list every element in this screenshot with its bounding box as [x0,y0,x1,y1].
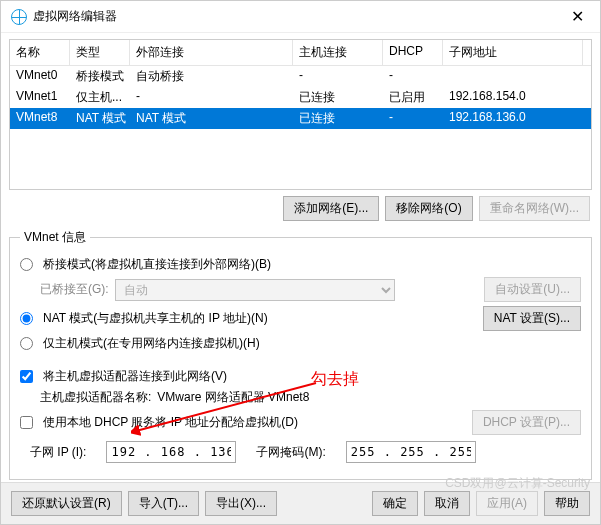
host-adapter-checkbox[interactable] [20,370,33,383]
subnet-ip-label: 子网 IP (I): [30,444,86,461]
network-table[interactable]: 名称 类型 外部连接 主机连接 DHCP 子网地址 VMnet0 桥接模式 自动… [9,39,592,190]
bridge-subrow: 已桥接至(G): 自动 自动设置(U)... [40,277,581,302]
col-name[interactable]: 名称 [10,40,70,65]
bottom-bar: 还原默认设置(R) 导入(T)... 导出(X)... 确定 取消 应用(A) … [1,482,600,524]
hostonly-label[interactable]: 仅主机模式(在专用网络内连接虚拟机)(H) [43,335,260,352]
auto-settings-button: 自动设置(U)... [484,277,581,302]
import-button[interactable]: 导入(T)... [128,491,199,516]
bridge-radio[interactable] [20,258,33,271]
subnet-ip-input[interactable] [106,441,236,463]
network-buttons: 添加网络(E)... 移除网络(O) 重命名网络(W)... [1,190,600,227]
nat-radio[interactable] [20,312,33,325]
col-ext[interactable]: 外部连接 [130,40,293,65]
adapter-name-label: 主机虚拟适配器名称: [40,389,151,406]
col-host[interactable]: 主机连接 [293,40,383,65]
host-adapter-subrow: 主机虚拟适配器名称: VMware 网络适配器 VMnet8 [40,389,581,406]
dhcp-option: 使用本地 DHCP 服务将 IP 地址分配给虚拟机(D) DHCP 设置(P).… [20,410,581,435]
vmnet-info-group: VMnet 信息 桥接模式(将虚拟机直接连接到外部网络)(B) 已桥接至(G):… [9,229,592,480]
nat-option: NAT 模式(与虚拟机共享主机的 IP 地址)(N) NAT 设置(S)... [20,306,581,331]
cancel-button[interactable]: 取消 [424,491,470,516]
col-type[interactable]: 类型 [70,40,130,65]
close-icon[interactable]: ✕ [565,7,590,26]
hostonly-radio[interactable] [20,337,33,350]
nat-settings-button[interactable]: NAT 设置(S)... [483,306,581,331]
add-network-button[interactable]: 添加网络(E)... [283,196,379,221]
ok-button[interactable]: 确定 [372,491,418,516]
host-adapter-label[interactable]: 将主机虚拟适配器连接到此网络(V) [43,368,227,385]
table-row[interactable]: VMnet1 仅主机... - 已连接 已启用 192.168.154.0 [10,87,591,108]
bridge-label[interactable]: 桥接模式(将虚拟机直接连接到外部网络)(B) [43,256,271,273]
help-button[interactable]: 帮助 [544,491,590,516]
export-button[interactable]: 导出(X)... [205,491,277,516]
table-body: VMnet0 桥接模式 自动桥接 - - VMnet1 仅主机... - 已连接… [10,66,591,129]
col-dhcp[interactable]: DHCP [383,40,443,65]
bridge-option: 桥接模式(将虚拟机直接连接到外部网络)(B) [20,256,581,273]
subnet-mask-input[interactable] [346,441,476,463]
rename-network-button: 重命名网络(W)... [479,196,590,221]
dialog: 虚拟网络编辑器 ✕ 名称 类型 外部连接 主机连接 DHCP 子网地址 VMne… [0,0,601,525]
adapter-name-value: VMware 网络适配器 VMnet8 [157,389,309,406]
dhcp-label[interactable]: 使用本地 DHCP 服务将 IP 地址分配给虚拟机(D) [43,414,298,431]
nat-label[interactable]: NAT 模式(与虚拟机共享主机的 IP 地址)(N) [43,310,268,327]
window-title: 虚拟网络编辑器 [33,8,565,25]
bridge-to-label: 已桥接至(G): [40,281,109,298]
subnet-mask-label: 子网掩码(M): [256,444,325,461]
dhcp-settings-button: DHCP 设置(P)... [472,410,581,435]
dhcp-checkbox[interactable] [20,416,33,429]
col-subnet[interactable]: 子网地址 [443,40,583,65]
hostonly-option: 仅主机模式(在专用网络内连接虚拟机)(H) [20,335,581,352]
bridge-select: 自动 [115,279,395,301]
apply-button: 应用(A) [476,491,538,516]
group-title: VMnet 信息 [20,229,90,246]
remove-network-button[interactable]: 移除网络(O) [385,196,472,221]
host-adapter-option: 将主机虚拟适配器连接到此网络(V) [20,368,581,385]
table-header: 名称 类型 外部连接 主机连接 DHCP 子网地址 [10,40,591,66]
table-row[interactable]: VMnet8 NAT 模式 NAT 模式 已连接 - 192.168.136.0 [10,108,591,129]
globe-icon [11,9,27,25]
restore-defaults-button[interactable]: 还原默认设置(R) [11,491,122,516]
ip-group: 子网 IP (I): 子网掩码(M): [30,441,571,463]
titlebar: 虚拟网络编辑器 ✕ [1,1,600,33]
table-row[interactable]: VMnet0 桥接模式 自动桥接 - - [10,66,591,87]
